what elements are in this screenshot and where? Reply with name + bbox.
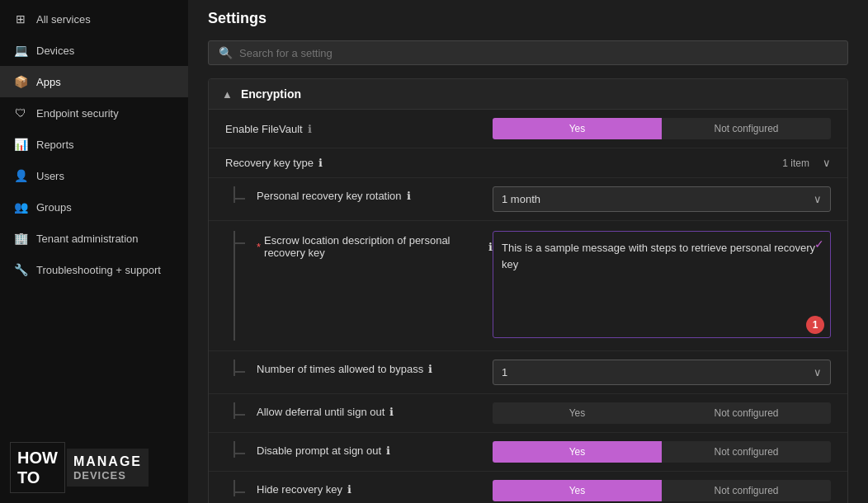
enable-filevault-label: Enable FileVault ℹ — [225, 123, 493, 135]
search-bar: 🔍 — [208, 40, 848, 65]
escrow-location-control: This is a sample message with steps to r… — [493, 231, 831, 341]
number-times-bypass-row: Number of times allowed to bypass ℹ 1 ∨ — [209, 351, 847, 394]
enable-filevault-info-icon[interactable]: ℹ — [308, 123, 312, 135]
sidebar-item-label-troubleshooting-support: Troubleshooting + support — [36, 264, 175, 276]
number-times-bypass-dropdown[interactable]: 1 ∨ — [493, 360, 831, 385]
sidebar-item-devices[interactable]: 💻 Devices — [0, 35, 188, 66]
sidebar-item-groups[interactable]: 👥 Groups — [0, 191, 188, 223]
sidebar-item-label-devices: Devices — [36, 45, 175, 57]
hide-recovery-key-not-configured-btn[interactable]: Not configured — [662, 480, 831, 501]
encryption-section-title: Encryption — [241, 87, 301, 101]
encryption-section: ▲ Encryption Enable FileVault ℹ Yes Not … — [208, 78, 848, 503]
disable-prompt-not-configured-btn[interactable]: Not configured — [662, 441, 831, 463]
page-title: Settings — [208, 10, 848, 27]
horiz-line-1 — [234, 198, 245, 200]
recovery-key-type-info-icon[interactable]: ℹ — [318, 157, 323, 169]
sub-indent-2 — [225, 231, 250, 341]
hide-recovery-key-yes-btn[interactable]: Yes — [493, 480, 662, 501]
sidebar-item-label-endpoint-security: Endpoint security — [36, 107, 175, 120]
sidebar-item-tenant-administration[interactable]: 🏢 Tenant administration — [0, 223, 188, 254]
checkmark-icon: ✓ — [814, 237, 824, 251]
hide-recovery-key-label: Hide recovery key ℹ — [257, 480, 493, 496]
sidebar-item-label-apps: Apps — [36, 76, 175, 88]
reports-icon: 📊 — [13, 137, 28, 152]
sidebar-item-label-reports: Reports — [36, 139, 175, 151]
dropdown-arrow-1: ∨ — [814, 193, 822, 205]
watermark-manage: MANAGE — [73, 454, 142, 469]
devices-icon: 💻 — [13, 43, 28, 58]
enable-filevault-not-configured-btn[interactable]: Not configured — [662, 118, 831, 139]
enable-filevault-control: Yes Not configured — [493, 118, 831, 139]
escrow-location-label: * Escrow location description of persona… — [257, 231, 493, 259]
personal-recovery-key-rotation-row: Personal recovery key rotation ℹ 1 month… — [209, 178, 847, 221]
apps-icon: 📦 — [13, 74, 28, 89]
sidebar-item-endpoint-security[interactable]: 🛡 Endpoint security — [0, 97, 188, 129]
horiz-line-3 — [234, 371, 245, 373]
disable-prompt-yes-btn[interactable]: Yes — [493, 441, 662, 463]
sidebar-item-apps[interactable]: 📦 Apps — [0, 66, 188, 97]
enable-filevault-toggle: Yes Not configured — [493, 118, 831, 139]
recovery-key-item-count: 1 item — [782, 157, 809, 169]
collapse-icon[interactable]: ▲ — [222, 88, 233, 101]
sidebar-item-label-all-services: All services — [36, 13, 175, 26]
hide-recovery-key-control: Yes Not configured — [493, 480, 831, 501]
sidebar-item-users[interactable]: 👤 Users — [0, 160, 188, 191]
vert-line-5 — [234, 441, 235, 458]
watermark-devices: DEVICES — [73, 469, 142, 482]
sidebar-item-all-services[interactable]: ⊞ All services — [0, 3, 188, 35]
sidebar: ⊞ All services 💻 Devices 📦 Apps 🛡 Endpoi… — [0, 0, 188, 503]
disable-prompt-control: Yes Not configured — [493, 441, 831, 463]
watermark: HOW TO MANAGE DEVICES — [0, 432, 188, 503]
sidebar-item-troubleshooting-support[interactable]: 🔧 Troubleshooting + support — [0, 254, 188, 285]
watermark-how-to: TO — [17, 468, 58, 487]
badge-1: 1 — [806, 316, 824, 334]
vert-line-1 — [234, 186, 235, 203]
encryption-section-header: ▲ Encryption — [209, 79, 847, 110]
allow-deferral-not-configured-btn[interactable]: Not configured — [662, 402, 831, 424]
allow-deferral-label: Allow deferral until sign out ℹ — [257, 402, 493, 418]
dropdown-arrow-3: ∨ — [814, 366, 822, 378]
horiz-line-4 — [234, 414, 245, 416]
disable-prompt-label: Disable prompt at sign out ℹ — [257, 441, 493, 457]
escrow-textarea[interactable]: This is a sample message with steps to r… — [493, 231, 831, 338]
sidebar-item-label-users: Users — [36, 170, 175, 182]
hide-recovery-key-toggle: Yes Not configured — [493, 480, 831, 501]
sidebar-item-label-tenant-administration: Tenant administration — [36, 233, 175, 245]
required-star: * — [257, 241, 261, 253]
sidebar-item-label-groups: Groups — [36, 201, 175, 214]
recovery-key-expand-icon[interactable]: ∨ — [823, 157, 831, 169]
enable-filevault-yes-btn[interactable]: Yes — [493, 118, 662, 139]
users-icon: 👤 — [13, 168, 28, 183]
disable-prompt-info-icon[interactable]: ℹ — [386, 444, 390, 457]
horiz-line-5 — [234, 453, 245, 454]
escrow-location-row: * Escrow location description of persona… — [209, 221, 847, 351]
personal-recovery-rotation-control: 1 month ∨ — [493, 186, 831, 212]
vert-line-4 — [234, 402, 235, 419]
endpoint-security-icon: 🛡 — [13, 106, 28, 120]
horiz-line-2 — [234, 242, 245, 244]
groups-icon: 👥 — [13, 200, 28, 214]
hide-recovery-key-row: Hide recovery key ℹ Yes Not configured — [209, 472, 847, 503]
number-times-bypass-info-icon[interactable]: ℹ — [428, 363, 432, 375]
personal-recovery-rotation-dropdown[interactable]: 1 month ∨ — [493, 186, 831, 212]
tenant-admin-icon: 🏢 — [13, 231, 28, 246]
hide-recovery-key-info-icon[interactable]: ℹ — [347, 483, 351, 496]
disable-prompt-row: Disable prompt at sign out ℹ Yes Not con… — [209, 433, 847, 472]
disable-prompt-toggle: Yes Not configured — [493, 441, 831, 463]
allow-deferral-row: Allow deferral until sign out ℹ Yes Not … — [209, 394, 847, 433]
sidebar-item-reports[interactable]: 📊 Reports — [0, 129, 188, 160]
all-services-icon: ⊞ — [13, 12, 28, 26]
allow-deferral-yes-btn[interactable]: Yes — [493, 402, 662, 424]
search-input[interactable] — [239, 47, 837, 59]
number-times-bypass-label: Number of times allowed to bypass ℹ — [257, 360, 493, 375]
enable-filevault-row: Enable FileVault ℹ Yes Not configured — [209, 110, 847, 148]
watermark-how-top: HOW — [17, 448, 58, 468]
escrow-textarea-wrapper: This is a sample message with steps to r… — [493, 231, 831, 341]
allow-deferral-info-icon[interactable]: ℹ — [389, 406, 394, 418]
allow-deferral-control: Yes Not configured — [493, 402, 831, 424]
recovery-key-type-row: Recovery key type ℹ 1 item ∨ — [209, 148, 847, 178]
personal-recovery-rotation-info-icon[interactable]: ℹ — [407, 190, 411, 202]
recovery-key-type-label: Recovery key type ℹ — [225, 157, 782, 169]
search-icon: 🔍 — [219, 46, 233, 59]
vert-line-6 — [234, 480, 235, 496]
